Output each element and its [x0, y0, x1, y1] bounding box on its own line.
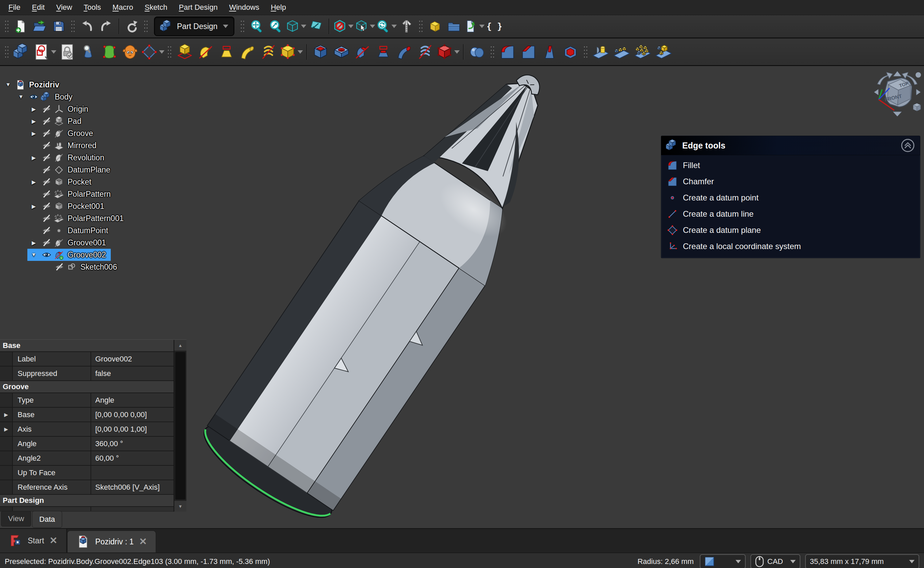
menu-view[interactable]: View [50, 2, 78, 13]
chevron-down-icon[interactable] [301, 25, 306, 28]
chamfer-button[interactable] [518, 42, 539, 62]
axonometric-view-button[interactable] [285, 17, 306, 35]
pad-button[interactable] [174, 42, 195, 62]
close-tab-icon[interactable]: ✕ [50, 536, 58, 545]
undo-button[interactable] [78, 17, 96, 35]
menu-part-design[interactable]: Part Design [173, 2, 223, 13]
visibility-eye-hidden-icon[interactable] [40, 127, 53, 139]
visibility-eye-hidden-icon[interactable] [40, 188, 53, 200]
tree-item-groove[interactable]: ▶Groove [0, 127, 203, 139]
measure-button[interactable] [397, 17, 416, 35]
property-group-groove[interactable]: Groove [0, 381, 174, 393]
expander-closed-icon[interactable]: ▶ [27, 127, 40, 139]
property-value[interactable]: [0,00 0,00 1,00] [91, 422, 174, 436]
document-tab-start[interactable]: Start✕ [0, 529, 67, 553]
toolbar-grip[interactable] [583, 45, 588, 59]
thickness-button[interactable] [560, 42, 580, 62]
expander-closed-icon[interactable]: ▶ [27, 200, 40, 212]
validate-sketch-button[interactable] [78, 42, 98, 62]
view-dimensions-dropdown[interactable]: 35,83 mm x 17,79 mm [805, 554, 919, 568]
additive-loft-button[interactable] [217, 42, 237, 62]
property-value[interactable]: [0,00 0,00 0,00] [91, 408, 174, 421]
tree-item-pocket001[interactable]: ▶Pocket001 [0, 200, 203, 212]
boolean-operation-button[interactable] [467, 42, 487, 62]
tree-item-pocket[interactable]: ▶Pocket [0, 176, 203, 188]
multi-transform-button[interactable] [653, 42, 674, 62]
polar-pattern-button[interactable] [633, 42, 653, 62]
property-value[interactable] [91, 466, 174, 480]
menu-windows[interactable]: Windows [223, 2, 265, 13]
menu-sketch[interactable]: Sketch [139, 2, 173, 13]
tree-item-groove002[interactable]: ▼Groove002 [0, 249, 203, 261]
scroll-down-icon[interactable]: ▼ [174, 501, 186, 512]
expander-open-icon[interactable]: ▼ [2, 79, 15, 91]
expander-closed-icon[interactable]: ▶ [27, 115, 40, 127]
mirrored-button[interactable] [591, 42, 611, 62]
toolbar-grip[interactable] [418, 20, 423, 33]
chevron-down-icon[interactable] [297, 50, 303, 54]
create-body-button[interactable] [12, 42, 32, 62]
sync-view-button[interactable] [376, 17, 397, 35]
tab-data[interactable]: Data [32, 511, 62, 528]
expander-closed-icon[interactable]: ▶ [27, 103, 40, 115]
expression-editor-button[interactable]: { } [485, 17, 504, 35]
workbench-selector[interactable]: Part Design [154, 17, 234, 36]
visibility-eye-hidden-icon[interactable] [40, 200, 53, 212]
box-element-selection-button[interactable] [354, 17, 375, 35]
expander-closed-icon[interactable]: ▶ [27, 176, 40, 188]
create-sketch-button[interactable] [33, 42, 56, 62]
edge-tool-fillet[interactable]: Fillet [661, 157, 920, 174]
align-view-to-selection-button[interactable] [307, 17, 325, 35]
tree-item-polarpattern[interactable]: PolarPattern [0, 188, 203, 200]
tree-item-origin[interactable]: ▶Origin [0, 103, 203, 115]
toolbar-grip[interactable] [167, 45, 172, 59]
create-datum-button[interactable] [141, 42, 165, 62]
redo-button[interactable] [97, 17, 115, 35]
selection-color-dropdown[interactable] [700, 554, 746, 568]
3d-view-area[interactable]: ▼Pozidriv▼Body▶Origin▶Pad▶GrooveMirrored… [0, 66, 924, 528]
create-group-button[interactable] [445, 17, 463, 35]
visibility-eye-hidden-icon[interactable] [40, 115, 53, 127]
edge-tool-chamfer[interactable]: Chamfer [661, 174, 920, 190]
navigation-style-dropdown[interactable]: CAD [750, 554, 800, 568]
subtractive-helix-button[interactable] [415, 42, 435, 62]
create-clone-button[interactable] [120, 42, 140, 62]
create-shapebinder-button[interactable] [99, 42, 119, 62]
property-value[interactable]: Sketch006 [V_Axis] [91, 480, 174, 494]
edge-tools-header[interactable]: Edge tools [661, 136, 920, 155]
chevron-down-icon[interactable] [370, 25, 375, 28]
tree-item-pad[interactable]: ▶Pad [0, 115, 203, 127]
collapse-panel-icon[interactable] [900, 138, 915, 153]
tree-item-body[interactable]: ▼Body [0, 91, 203, 103]
menu-file[interactable]: File [3, 2, 26, 13]
open-document-button[interactable] [31, 17, 49, 35]
scrollbar-thumb[interactable] [175, 352, 185, 500]
tree-item-mirrored[interactable]: Mirrored [0, 139, 203, 151]
document-tab-pozidriv-1[interactable]: Pozidriv : 1✕ [67, 530, 156, 553]
property-group-base[interactable]: Base [0, 340, 174, 352]
edge-tool-create-a-datum-point[interactable]: Create a datum point [661, 190, 920, 206]
visibility-eye-hidden-icon[interactable] [40, 237, 53, 249]
hole-button[interactable] [331, 42, 351, 62]
create-part-button[interactable] [426, 17, 444, 35]
tree-item-pozidriv[interactable]: ▼Pozidriv [0, 79, 203, 91]
new-document-button[interactable] [12, 17, 30, 35]
tree-item-datumpoint[interactable]: DatumPoint [0, 224, 203, 237]
tree-item-sketch006[interactable]: Sketch006 [0, 261, 203, 273]
menu-help[interactable]: Help [265, 2, 292, 13]
property-group-part-design[interactable]: Part Design [0, 495, 174, 507]
edge-tool-create-a-datum-line[interactable]: Create a datum line [661, 206, 920, 222]
expander-open-icon[interactable]: ▼ [27, 249, 40, 261]
pocket-button[interactable] [311, 42, 331, 62]
expander-closed-icon[interactable]: ▶ [27, 237, 40, 249]
close-tab-icon[interactable]: ✕ [139, 537, 147, 547]
edge-tool-create-a-local-coordinate-system[interactable]: Create a local coordinate system [661, 238, 920, 254]
property-value[interactable]: Groove002 [91, 352, 174, 366]
expander-closed-icon[interactable]: ▶ [27, 151, 40, 164]
edit-sketch-button[interactable] [57, 42, 77, 62]
visibility-eye-hidden-icon[interactable] [40, 176, 53, 188]
toolbar-grip[interactable] [5, 20, 9, 33]
make-link-button[interactable] [464, 17, 485, 35]
subtractive-primitive-button[interactable] [436, 42, 460, 62]
additive-primitive-button[interactable] [279, 42, 303, 62]
